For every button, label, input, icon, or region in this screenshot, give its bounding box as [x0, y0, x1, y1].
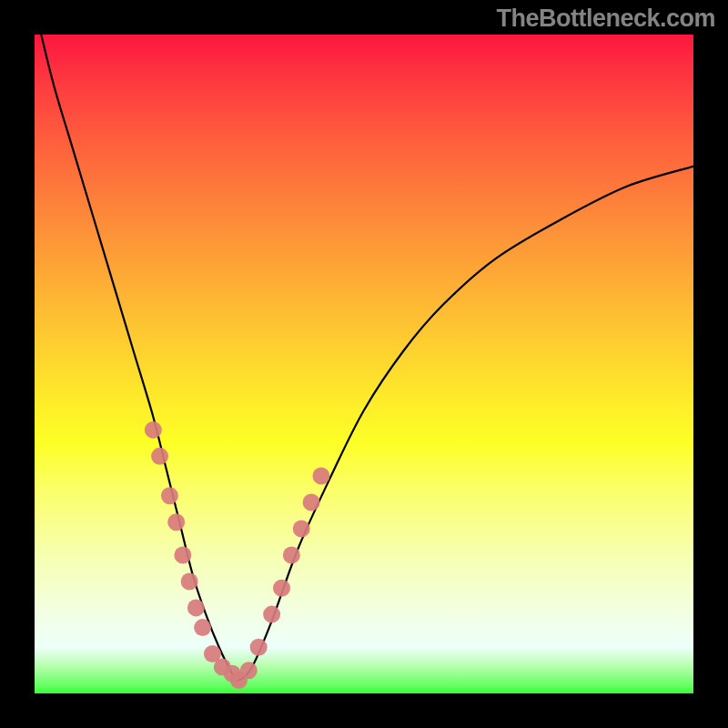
svg-point-19: [312, 468, 329, 485]
svg-point-7: [194, 619, 211, 636]
curve-line: [41, 35, 693, 681]
data-markers: [145, 421, 330, 689]
svg-point-12: [240, 662, 258, 679]
svg-point-16: [283, 546, 300, 563]
svg-point-14: [263, 606, 280, 623]
svg-point-6: [187, 599, 205, 616]
svg-point-18: [303, 494, 320, 511]
svg-point-5: [181, 572, 198, 590]
watermark-text: TheBottleneck.com: [496, 5, 715, 33]
chart-plot-area: [35, 35, 693, 693]
svg-point-17: [293, 521, 310, 538]
chart-svg: [35, 35, 693, 693]
svg-point-13: [250, 639, 268, 656]
svg-point-2: [161, 487, 178, 504]
svg-point-1: [151, 448, 168, 465]
svg-point-4: [174, 546, 191, 563]
svg-point-0: [145, 421, 162, 439]
svg-point-15: [273, 580, 290, 597]
svg-point-3: [167, 513, 185, 531]
